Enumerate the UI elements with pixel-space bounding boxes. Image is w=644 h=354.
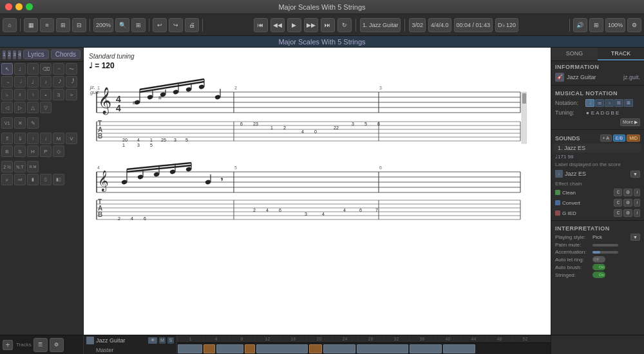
segment-9[interactable]	[410, 344, 442, 353]
natural-tool[interactable]: ♮	[27, 89, 39, 100]
pencil-tool[interactable]: ✎	[27, 117, 39, 129]
speaker-button[interactable]: 🔊	[573, 18, 587, 32]
bar3[interactable]: R.M	[27, 161, 39, 172]
view-btn-3[interactable]: ⊞	[56, 18, 70, 32]
arrow-left[interactable]: ◁	[1, 102, 13, 113]
effect-1-settings[interactable]: ⚙	[623, 189, 632, 196]
accent-tool[interactable]: >	[66, 89, 77, 100]
bend-tool[interactable]: B	[1, 145, 13, 157]
tuning-standard-radio[interactable]: ●	[586, 110, 589, 116]
track-num-1[interactable]: 1	[3, 50, 6, 59]
mute-tool[interactable]: M	[53, 133, 64, 144]
view-btn-2[interactable]: ≡	[40, 18, 54, 32]
slur-tool[interactable]: 〜	[66, 63, 77, 75]
segment-3[interactable]	[216, 344, 243, 353]
half-note[interactable]: 𝅗𝅥	[14, 76, 26, 88]
arrow-right[interactable]: ▷	[14, 102, 26, 113]
track1-solo-btn[interactable]: S	[167, 337, 174, 344]
print-button[interactable]: 🖨	[185, 18, 199, 32]
effect-3-btn[interactable]: C	[614, 209, 622, 217]
zoom-tool[interactable]: 🔍	[115, 18, 129, 32]
home-button[interactable]: ⌂	[3, 18, 17, 32]
sixteenth-note[interactable]: 𝅘𝅥𝅯	[53, 76, 64, 88]
tuplet-tool[interactable]: 3	[53, 89, 64, 100]
score-area[interactable]: Standard tuning ♩ = 120 jz. guit. 𝄞	[84, 48, 551, 335]
view-btn-1[interactable]: ▦	[24, 18, 38, 32]
forward-button[interactable]: ▶▶	[304, 18, 318, 32]
segment-10[interactable]	[443, 344, 475, 353]
notation-btn-2[interactable]: ⚌	[595, 99, 604, 107]
notation-btn-3[interactable]: ♭	[605, 99, 614, 107]
effect-2-info[interactable]: i	[634, 199, 640, 207]
dyn1[interactable]: p	[1, 174, 13, 185]
sounds-add-button[interactable]: + A	[600, 135, 612, 142]
notation-btn-1[interactable]: ♩	[585, 99, 594, 107]
effect-2-btn[interactable]: C	[614, 199, 622, 207]
eighth-note[interactable]: ♪	[40, 76, 52, 88]
thirty-second-note[interactable]: 𝅘𝅥𝅱	[66, 76, 77, 88]
chord-down[interactable]: ⇓	[14, 133, 26, 144]
more-button[interactable]: More ▶	[620, 118, 640, 126]
arrow-down[interactable]: ▽	[40, 102, 52, 113]
play-button[interactable]: ▶	[287, 18, 301, 32]
segment-4[interactable]	[245, 344, 255, 353]
track-num-3[interactable]: 3	[13, 50, 16, 59]
track-num-2[interactable]: 2	[8, 50, 11, 59]
undo-button[interactable]: ↩	[153, 18, 167, 32]
sounds-badge-1[interactable]: E/B	[613, 135, 625, 142]
rewind-button[interactable]: ◀◀	[270, 18, 285, 32]
select-tool[interactable]: ↖	[1, 63, 13, 75]
slide-tool[interactable]: S	[14, 145, 26, 157]
segment-6[interactable]	[309, 344, 322, 353]
notation-btn-4[interactable]: ⊞	[614, 99, 623, 107]
minimize-button[interactable]	[15, 3, 23, 10]
stringed-toggle[interactable]: On	[592, 272, 605, 278]
mixer-button[interactable]: ⊞	[589, 18, 603, 32]
settings-button[interactable]: ⚙	[627, 18, 641, 32]
vibrato-tool[interactable]: V	[66, 133, 77, 144]
timeline-area[interactable]: 1 4 8 12 16 20 24 28 32 36 40 44 48 52	[177, 335, 551, 354]
bar1[interactable]: 2 ½	[1, 161, 13, 172]
sharp-tool[interactable]: ♯	[14, 89, 26, 100]
x-tool[interactable]: ✕	[14, 117, 26, 129]
tie-tool[interactable]: ⌢	[53, 63, 64, 75]
track1-mute-btn[interactable]: M	[159, 337, 166, 344]
dyn5[interactable]: ▮▯	[53, 174, 64, 185]
volume-display[interactable]: 100%	[605, 18, 625, 32]
notation-btn-5[interactable]: ⊠	[624, 99, 633, 107]
auto-let-ring-toggle[interactable]: Off	[592, 256, 605, 263]
palm-mute-slider[interactable]	[592, 244, 618, 247]
dyn2[interactable]: mf	[14, 174, 26, 185]
sound-item-1[interactable]: 1. Jazz ES	[554, 144, 641, 153]
track-tab[interactable]: TRACK	[598, 48, 644, 61]
strum-up[interactable]: ↑	[27, 133, 39, 144]
rest-tool[interactable]: 𝄽	[27, 63, 39, 75]
add-track-button[interactable]: +	[3, 340, 13, 350]
segment-5[interactable]	[256, 344, 308, 353]
lyrics-button[interactable]: Lyrics	[23, 50, 49, 59]
rewind-start-button[interactable]: ⏮	[254, 18, 268, 32]
chord-up[interactable]: ⇑	[1, 133, 13, 144]
close-button[interactable]	[5, 3, 12, 10]
eraser-tool[interactable]: ⌫	[40, 63, 52, 75]
playing-style-btn[interactable]: ▼	[630, 234, 640, 241]
maximize-button[interactable]	[26, 3, 33, 10]
arrow-up[interactable]: △	[27, 102, 39, 113]
view-btn-4[interactable]: ⊟	[72, 18, 86, 32]
chords-button[interactable]: Chords	[51, 50, 80, 59]
effect-2-settings[interactable]: ⚙	[623, 199, 632, 207]
effect-1-btn[interactable]: C	[614, 189, 622, 196]
accentuation-slider[interactable]	[592, 251, 618, 254]
sounds-badge-2[interactable]: MID	[627, 135, 640, 142]
effect-3-settings[interactable]: ⚙	[623, 209, 632, 217]
track-num-4[interactable]: 4	[18, 50, 21, 59]
harmonic-tool[interactable]: ◇	[53, 145, 64, 157]
view-toggle[interactable]: ⊞	[131, 18, 146, 32]
auto-brush-toggle[interactable]: On	[592, 264, 605, 270]
flat-tool[interactable]: ♭	[1, 89, 13, 100]
dot-tool[interactable]: •	[40, 89, 52, 100]
note-tool[interactable]: ♩	[14, 63, 26, 75]
song-tab[interactable]: SONG	[551, 48, 598, 61]
dyn4[interactable]: ▯	[40, 174, 52, 185]
segment-7[interactable]	[323, 344, 355, 353]
